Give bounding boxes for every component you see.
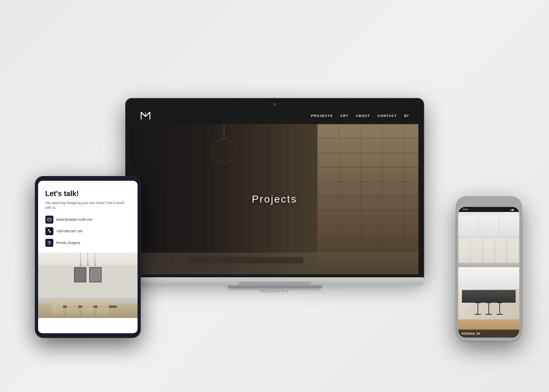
website-nav: PROJECTS ART ABOUT CONTACT БГ	[131, 107, 418, 124]
phone-body: 9:41 ▲▮▮	[456, 197, 521, 341]
laptop-screen: PROJECTS ART ABOUT CONTACT БГ	[131, 107, 418, 274]
laptop-device: PROJECTS ART ABOUT CONTACT БГ	[126, 99, 423, 293]
laptop-camera	[274, 103, 276, 105]
pendant-lamp	[211, 124, 237, 164]
nav-lang[interactable]: БГ	[404, 114, 410, 118]
nav-contact[interactable]: CONTACT	[377, 114, 397, 118]
phone-stools	[475, 302, 503, 315]
phone-upper-cabinets	[458, 216, 519, 237]
tablet-device: Let's talk! You need help designing your…	[35, 176, 140, 338]
laptop-screen-container: PROJECTS ART ABOUT CONTACT БГ	[126, 99, 423, 277]
website-hero: Projects	[131, 124, 418, 274]
location-icon	[45, 239, 53, 247]
phone-screen: 9:41 ▲▮▮	[458, 207, 519, 338]
phone-countertop	[458, 263, 519, 267]
tablet-image	[38, 253, 138, 318]
phone-island	[462, 290, 516, 303]
tablet-subtitle: You need help designing your new home? G…	[45, 201, 130, 210]
phone-interior: Kitchen JV	[458, 212, 519, 338]
nav-about[interactable]: ABOUT	[356, 114, 370, 118]
laptop-stand	[126, 285, 423, 288]
email-icon	[45, 216, 53, 224]
website-logo	[140, 111, 151, 121]
contact-phone-text: +359 886 587 186	[56, 229, 83, 233]
hero-title: Projects	[252, 193, 297, 205]
laptop-label: MacBook Pro	[126, 289, 423, 293]
kitchen-floor	[131, 253, 418, 274]
tablet-screen: Let's talk! You need help designing your…	[38, 181, 138, 333]
phone-lower-cabinets	[458, 267, 519, 289]
phone-device: 9:41 ▲▮▮	[456, 197, 521, 341]
nav-art[interactable]: ART	[340, 114, 349, 118]
svg-rect-0	[48, 218, 51, 221]
phone-notch	[478, 200, 500, 205]
tablet-content: Let's talk! You need help designing your…	[38, 181, 138, 247]
tablet-body: Let's talk! You need help designing your…	[35, 176, 140, 338]
nav-projects[interactable]: PROJECTS	[311, 114, 333, 118]
svg-point-1	[49, 242, 50, 243]
kitchen-cabinets	[317, 124, 418, 274]
contact-location-text: Plovdiv, Bulgaria	[56, 241, 80, 245]
contact-email-text: atelier@atelier-motif.com	[56, 218, 93, 221]
dining-scene	[38, 253, 138, 318]
scene-container: PROJECTS ART ABOUT CONTACT БГ	[57, 33, 492, 359]
phone-status-bar: 9:41 ▲▮▮	[458, 207, 519, 212]
phone-status-icons: ▲▮▮	[510, 208, 514, 211]
laptop-base	[126, 277, 423, 285]
phone-time: 9:41	[463, 208, 468, 211]
phone-project-label: Kitchen JV	[458, 330, 519, 338]
phone-icon	[45, 227, 53, 235]
contact-email-item: atelier@atelier-motif.com	[45, 216, 130, 224]
contact-location-item: Plovdiv, Bulgaria	[45, 239, 130, 247]
nav-links: PROJECTS ART ABOUT CONTACT БГ	[311, 114, 409, 118]
tablet-page-title: Let's talk!	[45, 189, 130, 198]
contact-phone-item: +359 886 587 186	[45, 227, 130, 235]
phone-backsplash	[458, 237, 519, 263]
website: PROJECTS ART ABOUT CONTACT БГ	[131, 107, 418, 274]
